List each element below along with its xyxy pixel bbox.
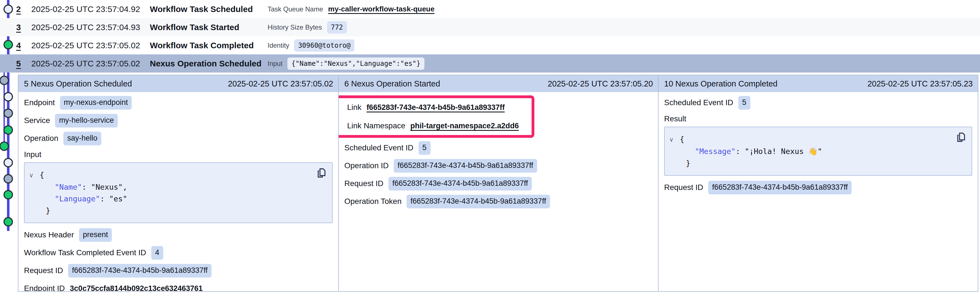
field-value-badge: f665283f-743e-4374-b45b-9a61a89337ff: [708, 181, 852, 194]
event-row-2[interactable]: 2 2025-02-25 UTC 23:57:04.92 Workflow Ta…: [0, 0, 980, 18]
json-line: ∨{: [29, 169, 313, 181]
event-timestamp: 2025-02-25 UTC 23:57:05.02: [31, 41, 150, 50]
event-id-link[interactable]: 5: [16, 59, 29, 68]
timeline-event-dot-completed[interactable]: [4, 126, 13, 134]
link-namespace-link[interactable]: phil-target-namespace2.a2dd6: [410, 122, 519, 130]
endpoint-id-link[interactable]: 3c0c75ccfa8144b092c13ce632463761: [70, 284, 203, 291]
field-operation-id: Operation ID f665283f-743e-4374-b45b-9a6…: [344, 157, 652, 175]
panel-header: 5 Nexus Operation Scheduled 2025-02-25 U…: [18, 75, 338, 92]
field-value-badge: f665283f-743e-4374-b45b-9a61a89337ff: [68, 264, 212, 278]
field-label: Request ID: [664, 183, 703, 192]
field-label: Link Namespace: [347, 121, 406, 130]
panel-body: Link f665283f-743e-4374-b45b-9a61a89337f…: [339, 92, 658, 210]
event-id-link[interactable]: 3: [16, 22, 29, 32]
json-value: "Nexus",: [91, 183, 127, 191]
json-value: "¡Hola! Nexus 👋": [745, 147, 822, 156]
event-attr-label: Identity: [267, 41, 289, 49]
panel-header: 6 Nexus Operation Started 2025-02-25 UTC…: [339, 75, 658, 92]
field-label: Request ID: [24, 266, 63, 275]
event-timestamp: 2025-02-25 UTC 23:57:05.02: [31, 59, 150, 68]
chevron-down-icon[interactable]: ∨: [669, 134, 680, 146]
field-operation-token: Operation Token f665283f-743e-4374-b45b-…: [344, 192, 652, 210]
json-key: "Message": [695, 147, 735, 156]
event-id-link[interactable]: 2: [16, 5, 29, 14]
panel-timestamp: 2025-02-25 UTC 23:57:05.20: [548, 79, 653, 88]
field-label: Request ID: [344, 179, 383, 188]
field-label: Scheduled Event ID: [664, 98, 733, 107]
field-link-namespace: Link Namespace phil-target-namespace2.a2…: [347, 117, 519, 135]
input-json-viewer: ∨{ "Name": "Nexus", "Language": "es" }: [24, 162, 332, 223]
timeline-event-dot-started[interactable]: [4, 175, 13, 183]
timeline-event-dot-started[interactable]: [4, 109, 13, 118]
event-row-3[interactable]: 3 2025-02-25 UTC 23:57:04.93 Workflow Ta…: [0, 18, 980, 36]
field-value-badge: f665283f-743e-4374-b45b-9a61a89337ff: [388, 177, 532, 191]
link-value-link[interactable]: f665283f-743e-4374-b45b-9a61a89337ff: [366, 103, 504, 112]
highlight-annotation: Link f665283f-743e-4374-b45b-9a61a89337f…: [338, 95, 535, 138]
panel-title: 6 Nexus Operation Started: [344, 79, 440, 88]
copy-icon[interactable]: [956, 132, 967, 143]
panel-title: 5 Nexus Operation Scheduled: [24, 79, 132, 88]
field-service: Service my-hello-service: [24, 111, 332, 129]
event-attr-label: Input: [267, 60, 282, 67]
event-id-link[interactable]: 4: [16, 41, 29, 50]
field-value-badge: my-nexus-endpoint: [60, 96, 132, 110]
field-value-badge: say-hello: [64, 132, 101, 145]
event-attr-label: Task Queue Name: [267, 5, 323, 13]
field-label: Link: [347, 103, 361, 112]
json-brace: {: [40, 170, 44, 179]
event-attr-value-chip: {"Name":"Nexus","Language":"es"}: [287, 57, 424, 70]
timeline-event-dot-completed[interactable]: [4, 191, 13, 199]
timeline-event-dot-none[interactable]: [4, 159, 13, 167]
event-row-5-selected[interactable]: 5 2025-02-25 UTC 23:57:05.02 Nexus Opera…: [0, 54, 980, 73]
field-operation: Operation say-hello: [24, 129, 332, 147]
event-name: Workflow Task Scheduled: [150, 5, 267, 14]
copy-icon[interactable]: [317, 167, 327, 178]
event-detail-panels: 5 Nexus Operation Scheduled 2025-02-25 U…: [18, 75, 978, 292]
field-link: Link f665283f-743e-4374-b45b-9a61a89337f…: [347, 98, 519, 117]
chevron-down-icon[interactable]: ∨: [29, 170, 40, 181]
field-scheduled-event-id: Scheduled Event ID 5: [664, 94, 972, 111]
timeline-event-dot-completed[interactable]: [0, 142, 8, 150]
input-section-label: Input: [24, 147, 332, 162]
field-value-badge: 5: [738, 96, 750, 110]
json-key: "Name": [55, 183, 82, 191]
field-value-badge: f665283f-743e-4374-b45b-9a61a89337ff: [407, 195, 550, 208]
field-label: Operation: [24, 134, 58, 143]
timeline-event-dot-started[interactable]: [0, 76, 8, 84]
event-name: Workflow Task Completed: [150, 41, 267, 50]
panel-header: 10 Nexus Operation Completed 2025-02-25 …: [659, 75, 978, 92]
field-value-badge: f665283f-743e-4374-b45b-9a61a89337ff: [394, 159, 537, 173]
field-request-id: Request ID f665283f-743e-4374-b45b-9a61a…: [24, 262, 332, 280]
field-endpoint: Endpoint my-nexus-endpoint: [24, 94, 332, 111]
event-name: Workflow Task Started: [150, 22, 267, 32]
event-name: Nexus Operation Scheduled: [150, 59, 267, 68]
panel-nexus-operation-started: 6 Nexus Operation Started 2025-02-25 UTC…: [338, 75, 658, 291]
json-line: ∨{: [669, 133, 952, 146]
event-timestamp: 2025-02-25 UTC 23:57:04.93: [31, 22, 150, 32]
panel-nexus-operation-completed: 10 Nexus Operation Completed 2025-02-25 …: [658, 75, 978, 291]
field-workflow-task-completed-event-id: Workflow Task Completed Event ID 4: [24, 244, 332, 262]
field-nexus-header: Nexus Header present: [24, 226, 332, 244]
field-label: Operation Token: [344, 197, 401, 206]
panel-body: Scheduled Event ID 5 Result ∨{ "Message"…: [659, 92, 978, 196]
timeline-event-dot-none[interactable]: [4, 92, 13, 101]
json-value: "es": [109, 194, 127, 203]
event-timestamp: 2025-02-25 UTC 23:57:04.92: [31, 5, 150, 14]
field-label: Scheduled Event ID: [344, 143, 414, 152]
panel-body: Endpoint my-nexus-endpoint Service my-he…: [18, 92, 338, 291]
task-queue-link[interactable]: my-caller-workflow-task-queue: [328, 5, 434, 13]
json-brace: }: [686, 159, 690, 167]
panel-timestamp: 2025-02-25 UTC 23:57:05.23: [867, 79, 973, 88]
field-value-badge: my-hello-service: [55, 114, 118, 127]
panel-nexus-operation-scheduled: 5 Nexus Operation Scheduled 2025-02-25 U…: [18, 75, 338, 291]
field-label: Workflow Task Completed Event ID: [24, 248, 146, 257]
event-row-4[interactable]: 4 2025-02-25 UTC 23:57:05.02 Workflow Ta…: [0, 36, 980, 54]
field-label: Endpoint ID: [24, 284, 65, 291]
timeline-event-dot-completed[interactable]: [4, 218, 13, 226]
result-section-label: Result: [664, 111, 972, 127]
panel-timestamp: 2025-02-25 UTC 23:57:05.02: [228, 79, 333, 88]
event-attr-value-chip: 772: [327, 21, 347, 33]
field-label: Operation ID: [344, 161, 389, 170]
field-label: Service: [24, 116, 50, 125]
panel-title: 10 Nexus Operation Completed: [664, 79, 777, 88]
